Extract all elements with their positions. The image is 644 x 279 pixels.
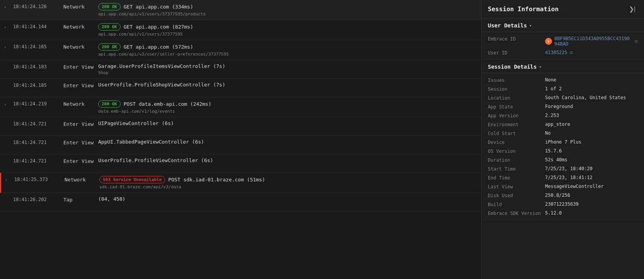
copy-embrace-id-icon[interactable]: ⧉ [635,39,638,44]
session-detail-row: App StateForeground [482,102,644,111]
status-badge: 200 OK [98,23,121,30]
event-main: 200 OKGET api.app.com (572ms) [98,43,477,51]
detail-value: 2.253 [545,113,638,118]
timestamp: 18:41:24.183 [13,63,63,69]
expand-chevron-icon[interactable]: › [4,5,7,10]
event-type: Network [63,3,98,10]
expand-chevron-icon[interactable]: › [4,45,7,50]
session-header: Session Information ❯| [482,0,644,19]
detail-value: app_store [545,122,638,127]
detail-label: End Time [488,175,542,181]
event-type: Network [63,100,98,107]
session-detail-row: Start Time7/25/23, 18:40:20 [482,164,644,173]
detail-label: App State [488,104,542,110]
timeline-row[interactable]: 18:41:24.183Enter ViewGarage.UserProfile… [0,60,481,79]
event-description: AppUI.TabbedPageViewController (6s) [98,139,204,145]
session-detail-row: Cold StartNo [482,129,644,138]
timestamp: 18:41:24.721 [13,139,63,145]
timeline-row[interactable]: 18:41:24.721Enter ViewAppUI.TabbedPageVi… [0,136,481,154]
detail-value: 1 of 2 [545,86,638,91]
session-detail-row: End Time7/25/23, 18:41:12 [482,173,644,182]
chevron-down-icon-2: ▾ [539,64,542,69]
event-description: POST data.emb-api.com (242ms) [124,101,211,107]
event-type: Network [65,176,99,183]
event-type: Enter View [63,63,98,70]
chevron-col [4,63,13,64]
collapse-button[interactable]: ❯| [627,5,638,14]
detail-value: No [545,130,638,136]
status-badge: 200 OK [98,43,121,51]
detail-value: South Carolina, United States [545,95,638,100]
copy-user-id-icon[interactable]: ⧉ [570,50,573,55]
chevron-col [4,82,13,83]
expand-chevron-icon[interactable]: › [4,102,7,107]
timestamp: 18:41:24.219 [13,100,63,107]
timeline-row[interactable]: ›18:41:24.144Network200 OKGET api.app.co… [0,20,481,40]
event-main: AppUI.TabbedPageViewController (6s) [98,139,477,145]
event-type: Enter View [63,139,98,145]
timeline-row[interactable]: 18:41:24.721Enter ViewUIPageViewControll… [0,117,481,136]
event-main: 200 OKGET api.app.com (827ms) [98,23,477,30]
chevron-col [4,157,13,158]
event-description: POST sdk.iad-01.braze.com (51ms) [168,177,265,183]
timeline-row[interactable]: 18:41:24.185Enter ViewUserProfile.Profil… [0,79,481,97]
event-content: 200 OKGET api.app.com (827ms)api.app.com… [98,23,477,37]
timestamp: 18:41:24.144 [13,23,63,29]
detail-label: App Version [488,113,542,118]
event-type: Tap [63,196,98,203]
event-description: GET api.app.com (572ms) [124,44,193,50]
event-type: Network [63,43,98,50]
session-detail-row: Build230712235639 [482,200,644,209]
session-detail-row: Last ViewMessageViewController [482,182,644,191]
detail-label: Last View [488,184,542,189]
session-title: Session Information [488,5,559,13]
expand-chevron-icon[interactable]: › [4,25,7,30]
timeline-row[interactable]: 18:41:26.202Tap(84, 458) [0,193,481,211]
expand-chevron-icon[interactable]: › [5,178,8,183]
event-description: GET api.app.com (827ms) [124,24,193,30]
chevron-down-icon: ▾ [529,23,532,28]
detail-label: Duration [488,157,542,163]
chevron-col [4,139,13,140]
user-details-label: User Details [488,22,527,29]
session-details-section-header[interactable]: Session Details ▾ [482,60,644,73]
event-main: 200 OKGET api.app.com (334ms) [98,3,477,10]
timestamp: 18:41:24.721 [13,120,63,127]
detail-value: 230712235639 [545,201,638,207]
event-type: Enter View [63,82,98,88]
embrace-id-value: e 8BF9B5EC11D343A0955BCC4319094BAD ⧉ [545,36,638,47]
event-url: data.emb-api.com/v1/log/events [98,109,477,114]
event-content: 503 Service UnavailablePOST sdk.iad-01.b… [99,176,477,189]
user-details-section-header[interactable]: User Details ▾ [482,19,644,32]
embrace-id-label: Embrace ID [488,36,542,42]
user-id-value: 41385225 ⧉ [545,50,638,55]
session-detail-row: Session1 of 2 [482,85,644,93]
event-content: UserProfile.ProfileViewController (6s) [98,157,477,163]
timeline-row[interactable]: ›18:41:24.126Network200 OKGET api.app.co… [0,0,481,20]
timeline-row[interactable]: 18:41:24.721Enter ViewUserProfile.Profil… [0,154,481,173]
detail-label: Environment [488,122,542,127]
timeline-row[interactable]: ›18:41:25.373Network503 Service Unavaila… [0,173,481,193]
timestamp: 18:41:24.721 [13,157,63,164]
event-type: Enter View [63,157,98,164]
timeline-row[interactable]: ›18:41:24.165Network200 OKGET api.app.co… [0,40,481,60]
chevron-col: › [4,43,13,50]
timeline-row[interactable]: ›18:41:24.219Network200 OKPOST data.emb-… [0,97,481,117]
session-details-label: Session Details [488,64,537,70]
timeline-panel: ›18:41:24.126Network200 OKGET api.app.co… [0,0,482,279]
timestamp: 18:41:24.165 [13,43,63,49]
event-type: Network [63,23,98,30]
embrace-id-row: Embrace ID e 8BF9B5EC11D343A0955BCC43190… [482,34,644,48]
status-badge: 503 Service Unavailable [99,176,165,183]
event-main: 503 Service UnavailablePOST sdk.iad-01.b… [99,176,477,183]
event-description: (84, 458) [98,196,125,202]
detail-label: OS Version [488,148,542,154]
session-details-table: IssuesNoneSession1 of 2LocationSouth Car… [482,73,644,220]
event-url: api.app.com/api/v1/users/37377595 [98,32,477,37]
event-main: UserProfile.ProfileShopViewController (7… [98,82,477,88]
timestamp: 18:41:26.202 [13,196,63,202]
event-content: Garage.UserProfileItemsViewController (7… [98,63,477,75]
event-main: (84, 458) [98,196,477,202]
session-detail-row: Duration52s 40ms [482,156,644,164]
event-main: UserProfile.ProfileViewController (6s) [98,157,477,163]
